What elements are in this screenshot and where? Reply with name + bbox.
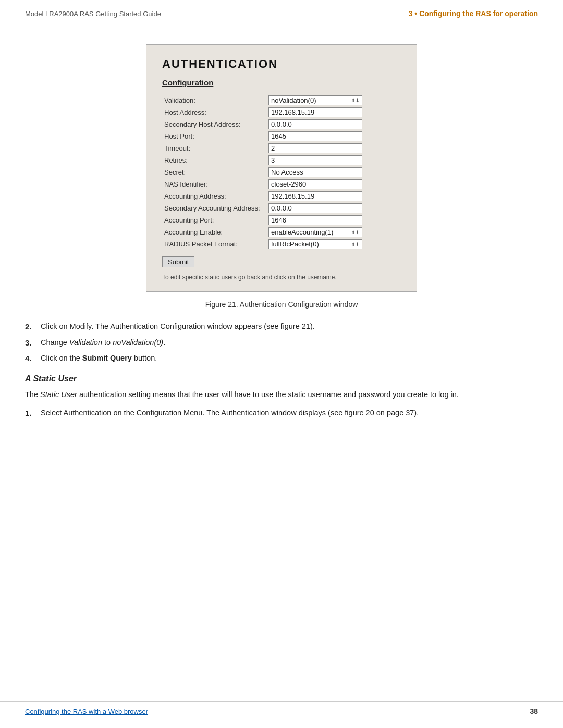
header-bullet: • (414, 9, 417, 18)
auth-field-value[interactable]: 1646 (266, 214, 401, 226)
auth-field-value[interactable]: No Access (266, 166, 401, 178)
auth-field-label: Secret: (162, 166, 266, 178)
auth-field-value[interactable]: 192.168.15.19 (266, 190, 401, 202)
auth-input[interactable]: 1646 (268, 215, 362, 225)
auth-config-figure: AUTHENTICATION Configuration Validation:… (146, 44, 417, 292)
auth-input[interactable]: 192.168.15.19 (268, 107, 362, 117)
main-content: AUTHENTICATION Configuration Validation:… (0, 23, 563, 444)
step-3-text: Change Validation to noValidation(0). (41, 337, 165, 349)
select-arrow-icon: ⬆⬇ (351, 242, 360, 247)
auth-field-row: Secondary Accounting Address:0.0.0.0 (162, 202, 401, 214)
auth-field-row: Accounting Port:1646 (162, 214, 401, 226)
auth-input[interactable]: No Access (268, 167, 362, 177)
auth-input[interactable]: 1645 (268, 131, 362, 141)
section-step-1-num: 1. (25, 408, 34, 419)
auth-field-value[interactable]: closet-2960 (266, 178, 401, 190)
header-chapter: 3 • Configuring the RAS for operation (409, 9, 538, 18)
config-heading: Configuration (162, 78, 401, 87)
auth-field-value[interactable]: 1645 (266, 130, 401, 142)
auth-field-label: NAS Identifier: (162, 178, 266, 190)
step-4-text: Click on the Submit Query button. (41, 353, 157, 365)
auth-field-value[interactable]: enableAccounting(1)⬆⬇ (266, 226, 401, 238)
auth-select[interactable]: enableAccounting(1)⬆⬇ (268, 227, 362, 237)
auth-field-value[interactable]: 3 (266, 154, 401, 166)
step-2-text: Click on Modify. The Authentication Conf… (41, 321, 315, 333)
auth-input[interactable]: 2 (268, 143, 362, 153)
step-2-num: 2. (25, 321, 34, 333)
auth-field-value[interactable]: 0.0.0.0 (266, 118, 401, 130)
auth-field-row: Accounting Address:192.168.15.19 (162, 190, 401, 202)
auth-field-row: RADIUS Packet Format:fullRfcPacket(0)⬆⬇ (162, 238, 401, 250)
section-para: The Static User authentication setting m… (25, 389, 538, 400)
auth-field-label: Validation: (162, 94, 266, 106)
header-chapter-text: Configuring the RAS for operation (419, 9, 538, 18)
page-header: Model LRA2900A RAS Getting Started Guide… (0, 0, 563, 23)
auth-select[interactable]: fullRfcPacket(0)⬆⬇ (268, 239, 362, 249)
auth-field-label: Accounting Address: (162, 190, 266, 202)
page-footer: Configuring the RAS with a Web browser 3… (0, 701, 563, 715)
section-heading: A Static User (25, 374, 538, 384)
auth-field-value[interactable]: noValidation(0)⬆⬇ (266, 94, 401, 106)
step-3: 3. Change Validation to noValidation(0). (25, 337, 538, 349)
auth-fields-table: Validation:noValidation(0)⬆⬇Host Address… (162, 94, 401, 250)
auth-title: AUTHENTICATION (162, 57, 401, 71)
header-guide-title: Model LRA2900A RAS Getting Started Guide (25, 10, 161, 18)
figure-note: To edit specific static users go back an… (162, 274, 401, 281)
auth-field-row: Timeout:2 (162, 142, 401, 154)
auth-field-label: Secondary Accounting Address: (162, 202, 266, 214)
auth-field-label: Timeout: (162, 142, 266, 154)
step-2: 2. Click on Modify. The Authentication C… (25, 321, 538, 333)
auth-field-label: Host Port: (162, 130, 266, 142)
auth-field-row: Host Port:1645 (162, 130, 401, 142)
auth-input[interactable]: 0.0.0.0 (268, 119, 362, 129)
footer-page-num: 38 (530, 707, 538, 715)
section-step-1: 1. Select Authentication on the Configur… (25, 408, 538, 419)
auth-field-row: Retries:3 (162, 154, 401, 166)
auth-field-label: Secondary Host Address: (162, 118, 266, 130)
auth-input[interactable]: closet-2960 (268, 179, 362, 189)
auth-field-row: Host Address:192.168.15.19 (162, 106, 401, 118)
auth-field-label: RADIUS Packet Format: (162, 238, 266, 250)
auth-field-value[interactable]: 192.168.15.19 (266, 106, 401, 118)
auth-input[interactable]: 3 (268, 155, 362, 165)
auth-field-value[interactable]: 2 (266, 142, 401, 154)
auth-field-row: Secret:No Access (162, 166, 401, 178)
submit-button[interactable]: Submit (162, 256, 194, 267)
steps-section: 2. Click on Modify. The Authentication C… (25, 321, 538, 365)
auth-field-row: Validation:noValidation(0)⬆⬇ (162, 94, 401, 106)
auth-field-label: Accounting Enable: (162, 226, 266, 238)
auth-field-row: Accounting Enable:enableAccounting(1)⬆⬇ (162, 226, 401, 238)
select-arrow-icon: ⬆⬇ (351, 98, 360, 103)
auth-field-label: Retries: (162, 154, 266, 166)
step-3-num: 3. (25, 337, 34, 349)
auth-field-value[interactable]: 0.0.0.0 (266, 202, 401, 214)
header-chapter-num: 3 (409, 9, 413, 18)
auth-field-row: NAS Identifier:closet-2960 (162, 178, 401, 190)
select-arrow-icon: ⬆⬇ (351, 230, 360, 235)
footer-link[interactable]: Configuring the RAS with a Web browser (25, 708, 148, 715)
section-step-1-text: Select Authentication on the Configurati… (41, 408, 419, 419)
auth-select[interactable]: noValidation(0)⬆⬇ (268, 95, 362, 105)
auth-field-row: Secondary Host Address:0.0.0.0 (162, 118, 401, 130)
auth-field-value[interactable]: fullRfcPacket(0)⬆⬇ (266, 238, 401, 250)
figure-caption: Figure 21. Authentication Configuration … (25, 300, 538, 309)
auth-input[interactable]: 192.168.15.19 (268, 191, 362, 201)
auth-field-label: Accounting Port: (162, 214, 266, 226)
static-user-section: A Static User The Static User authentica… (25, 374, 538, 419)
step-4-num: 4. (25, 353, 34, 365)
auth-field-label: Host Address: (162, 106, 266, 118)
step-4: 4. Click on the Submit Query button. (25, 353, 538, 365)
auth-input[interactable]: 0.0.0.0 (268, 203, 362, 213)
